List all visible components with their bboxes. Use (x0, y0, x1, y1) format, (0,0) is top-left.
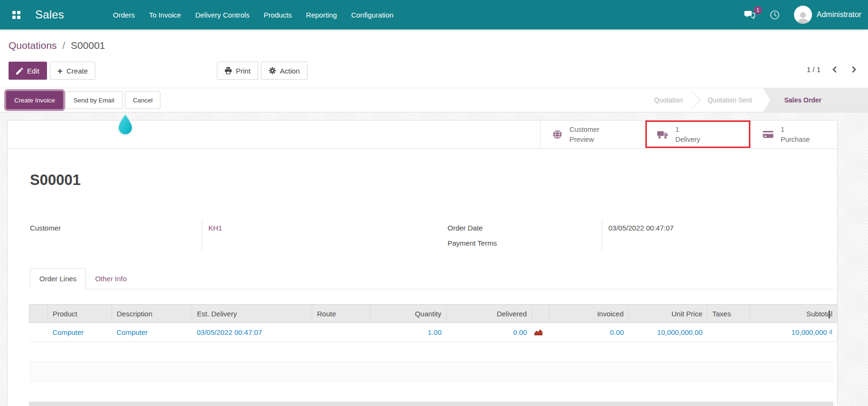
state-quotation-sent[interactable]: Quotation Sent (699, 88, 760, 112)
customer-value[interactable]: KH1 (208, 221, 448, 236)
column-invoiced[interactable]: Invoiced (550, 304, 629, 323)
statusbar: Create Invoice Send by Email Cancel Quot… (0, 88, 868, 112)
section-divider (29, 402, 833, 406)
send-by-email-button[interactable]: Send by Email (65, 91, 122, 109)
nav-menu-delivery-controls[interactable]: Delivery Controls (188, 6, 256, 24)
nav-menu-reporting[interactable]: Reporting (299, 6, 344, 24)
breadcrumb: Quotations / S00001 (0, 29, 868, 62)
credit-card-icon (763, 130, 774, 138)
clock-icon (770, 10, 780, 20)
delivery-button[interactable]: 1 Delivery (645, 120, 750, 148)
edit-button[interactable]: Edit (9, 62, 47, 80)
user-menu[interactable]: Administrator (794, 6, 861, 24)
messages-button[interactable]: 1 (744, 10, 756, 19)
nav-menu-orders[interactable]: Orders (106, 6, 142, 24)
nav-menu-products[interactable]: Products (257, 6, 299, 24)
pager-value: 1 / 1 (807, 65, 821, 74)
row-handle-cell (29, 323, 48, 342)
order-date-label: Order Date (448, 221, 602, 236)
cancel-button[interactable]: Cancel (125, 91, 161, 109)
empty-list-row (29, 361, 833, 382)
nav-right: 1 Administrator (744, 6, 861, 24)
action-button[interactable]: Action (261, 62, 308, 80)
printer-icon (224, 67, 232, 74)
form-view-background: Customer Preview 1 Delivery (0, 112, 868, 406)
customer-preview-button[interactable]: Customer Preview (540, 120, 645, 148)
breadcrumb-parent[interactable]: Quotations (9, 40, 57, 51)
column-delivered[interactable]: Delivered (447, 304, 532, 323)
cell-subtotal[interactable]: 10,000,000 ₫ (750, 323, 838, 342)
cell-est-delivery[interactable]: 03/05/2022 00:47:07 (192, 323, 312, 342)
field-group-right: Order Date Payment Terms 03/05/2022 00:4… (448, 221, 828, 251)
nav-menu-to-invoice[interactable]: To Invoice (142, 6, 188, 24)
breadcrumb-separator: / (62, 40, 65, 51)
print-button[interactable]: Print (217, 62, 258, 80)
delivery-label: Delivery (675, 135, 700, 144)
column-subtotal[interactable]: Subtotal (750, 304, 838, 323)
pager: 1 / 1 (807, 62, 858, 74)
activities-button[interactable] (770, 10, 780, 20)
purchase-label: Purchase (781, 135, 810, 144)
document-title: S00001 (30, 171, 837, 189)
globe-icon (552, 129, 562, 139)
column-unit-price[interactable]: Unit Price (629, 304, 708, 323)
delivery-count: 1 (675, 125, 700, 134)
control-panel-buttons: Edit + Create Print (0, 62, 868, 88)
nav-menus: Orders To Invoice Delivery Controls Prod… (106, 6, 401, 24)
onboarding-drop-pointer (117, 114, 133, 135)
apps-grid-icon (12, 11, 20, 19)
cell-taxes[interactable] (708, 323, 750, 342)
column-taxes[interactable]: Taxes (708, 304, 750, 323)
top-navbar: Sales Orders To Invoice Delivery Control… (0, 0, 868, 29)
handle-column-header (29, 304, 48, 323)
order-date-value: 03/05/2022 00:47:07 (608, 221, 828, 236)
column-description[interactable]: Description (112, 304, 192, 323)
status-pills: Quotation Quotation Sent Sales Order (645, 88, 868, 112)
pencil-icon (16, 67, 23, 74)
gear-icon (269, 67, 276, 74)
table-header-row: Product Description Est. Delivery Route … (29, 304, 838, 323)
tab-other-info[interactable]: Other Info (86, 268, 136, 289)
plus-icon: + (57, 66, 63, 75)
cell-unit-price[interactable]: 10,000,000.00 (629, 323, 708, 342)
cell-route[interactable] (312, 323, 371, 342)
field-group-left: Customer KH1 (30, 221, 448, 251)
column-product[interactable]: Product (48, 304, 112, 323)
purchase-count: 1 (781, 125, 810, 134)
column-est-delivery[interactable]: Est. Delivery (192, 304, 312, 323)
column-forecast-icon (532, 304, 550, 323)
order-lines-table: Product Description Est. Delivery Route … (29, 304, 833, 342)
area-chart-icon (534, 329, 549, 336)
apps-menu-button[interactable] (6, 4, 27, 25)
cell-product[interactable]: Computer (48, 323, 112, 342)
avatar (794, 6, 812, 24)
user-name: Administrator (817, 10, 861, 19)
create-invoice-button[interactable]: Create Invoice (6, 91, 63, 109)
column-quantity[interactable]: Quantity (371, 304, 447, 323)
pager-next-button[interactable] (850, 65, 858, 74)
create-button[interactable]: + Create (50, 62, 95, 80)
cell-invoiced[interactable]: 0.00 (550, 323, 629, 342)
cell-delivered[interactable]: 0.00 (447, 323, 532, 342)
table-row[interactable]: Computer Computer 03/05/2022 00:47:07 1.… (29, 323, 838, 342)
app-name[interactable]: Sales (35, 8, 64, 21)
column-route[interactable]: Route (312, 304, 371, 323)
payment-terms-value (608, 236, 828, 251)
tab-order-lines[interactable]: Order Lines (30, 268, 86, 289)
purchase-button[interactable]: 1 Purchase (750, 120, 837, 148)
form-sheet: Customer Preview 1 Delivery (7, 120, 838, 406)
cell-forecast[interactable] (532, 323, 550, 342)
pager-previous-button[interactable] (831, 65, 838, 74)
payment-terms-label: Payment Terms (448, 236, 602, 251)
cell-description[interactable]: Computer (112, 323, 192, 342)
smart-button-line1: Customer (569, 125, 599, 134)
breadcrumb-current: S00001 (71, 40, 105, 51)
notebook-tabs: Order Lines Other Info (30, 268, 833, 289)
customer-label: Customer (30, 221, 202, 236)
cell-quantity[interactable]: 1.00 (371, 323, 447, 342)
field-groups: Customer KH1 Order Date Payment Terms 03… (30, 221, 828, 251)
state-sales-order[interactable]: Sales Order (763, 88, 868, 112)
optional-columns-toggle-icon[interactable] (828, 310, 831, 319)
messages-badge: 1 (754, 6, 762, 15)
nav-menu-configuration[interactable]: Configuration (344, 6, 401, 24)
